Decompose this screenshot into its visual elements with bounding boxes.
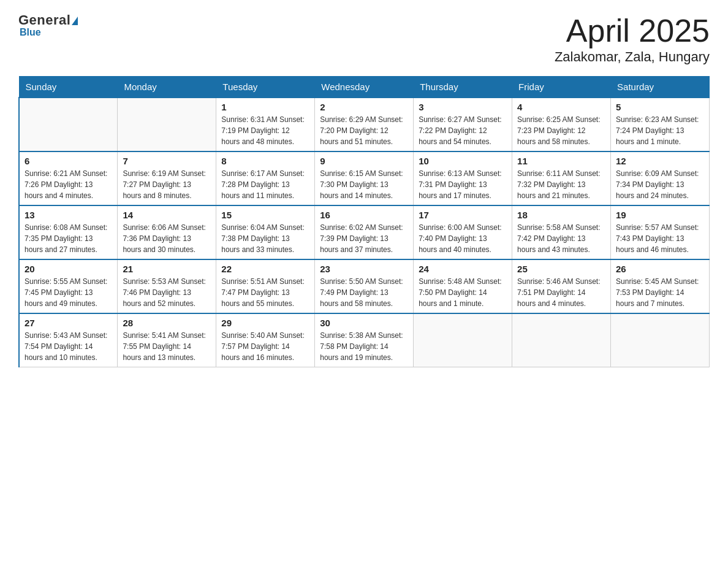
table-row: 9Sunrise: 6:15 AM Sunset: 7:30 PM Daylig… xyxy=(315,151,414,205)
day-info: Sunrise: 6:11 AM Sunset: 7:32 PM Dayligh… xyxy=(517,168,605,201)
day-number: 26 xyxy=(616,264,704,274)
table-row: 2Sunrise: 6:29 AM Sunset: 7:20 PM Daylig… xyxy=(315,98,414,151)
day-number: 19 xyxy=(616,210,704,220)
day-number: 18 xyxy=(517,210,605,220)
table-row xyxy=(118,98,216,151)
calendar-week-row: 13Sunrise: 6:08 AM Sunset: 7:35 PM Dayli… xyxy=(19,205,710,259)
day-number: 24 xyxy=(419,264,507,274)
day-info: Sunrise: 6:17 AM Sunset: 7:28 PM Dayligh… xyxy=(221,168,309,201)
day-number: 25 xyxy=(517,264,605,274)
day-number: 13 xyxy=(25,210,112,220)
logo: General Blue xyxy=(18,12,78,38)
day-number: 8 xyxy=(221,156,309,166)
day-number: 15 xyxy=(221,210,309,220)
day-info: Sunrise: 6:29 AM Sunset: 7:20 PM Dayligh… xyxy=(320,114,408,147)
day-info: Sunrise: 6:00 AM Sunset: 7:40 PM Dayligh… xyxy=(419,222,507,255)
day-number: 9 xyxy=(320,156,408,166)
logo-triangle-icon xyxy=(72,17,78,25)
day-info: Sunrise: 6:19 AM Sunset: 7:27 PM Dayligh… xyxy=(123,168,211,201)
day-number: 20 xyxy=(25,264,112,274)
day-info: Sunrise: 5:58 AM Sunset: 7:42 PM Dayligh… xyxy=(517,222,605,255)
table-row: 13Sunrise: 6:08 AM Sunset: 7:35 PM Dayli… xyxy=(19,205,118,259)
header-monday: Monday xyxy=(118,77,216,98)
day-number: 3 xyxy=(419,102,507,112)
day-info: Sunrise: 5:38 AM Sunset: 7:58 PM Dayligh… xyxy=(320,330,408,363)
table-row xyxy=(611,313,710,367)
day-number: 12 xyxy=(616,156,704,166)
header-sunday: Sunday xyxy=(19,77,118,98)
header-tuesday: Tuesday xyxy=(216,77,315,98)
table-row: 12Sunrise: 6:09 AM Sunset: 7:34 PM Dayli… xyxy=(611,151,710,205)
day-info: Sunrise: 6:15 AM Sunset: 7:30 PM Dayligh… xyxy=(320,168,408,201)
logo-text: General xyxy=(18,12,78,28)
table-row xyxy=(19,98,118,151)
header-thursday: Thursday xyxy=(414,77,512,98)
table-row: 6Sunrise: 6:21 AM Sunset: 7:26 PM Daylig… xyxy=(19,151,118,205)
header-friday: Friday xyxy=(512,77,611,98)
day-number: 4 xyxy=(517,102,605,112)
day-info: Sunrise: 5:51 AM Sunset: 7:47 PM Dayligh… xyxy=(221,276,309,309)
table-row: 3Sunrise: 6:27 AM Sunset: 7:22 PM Daylig… xyxy=(414,98,512,151)
day-info: Sunrise: 6:23 AM Sunset: 7:24 PM Dayligh… xyxy=(616,114,704,147)
day-info: Sunrise: 5:45 AM Sunset: 7:53 PM Dayligh… xyxy=(616,276,704,309)
logo-blue-text: Blue xyxy=(20,27,41,38)
day-info: Sunrise: 5:55 AM Sunset: 7:45 PM Dayligh… xyxy=(25,276,112,309)
table-row: 18Sunrise: 5:58 AM Sunset: 7:42 PM Dayli… xyxy=(512,205,611,259)
calendar-week-row: 6Sunrise: 6:21 AM Sunset: 7:26 PM Daylig… xyxy=(19,151,710,205)
calendar-header-row: Sunday Monday Tuesday Wednesday Thursday… xyxy=(19,77,710,98)
day-number: 1 xyxy=(221,102,309,112)
day-number: 6 xyxy=(25,156,112,166)
day-number: 29 xyxy=(221,318,309,328)
header-wednesday: Wednesday xyxy=(315,77,414,98)
table-row xyxy=(512,313,611,367)
table-row: 14Sunrise: 6:06 AM Sunset: 7:36 PM Dayli… xyxy=(118,205,216,259)
calendar-week-row: 20Sunrise: 5:55 AM Sunset: 7:45 PM Dayli… xyxy=(19,259,710,313)
calendar-table: Sunday Monday Tuesday Wednesday Thursday… xyxy=(18,76,710,367)
table-row: 24Sunrise: 5:48 AM Sunset: 7:50 PM Dayli… xyxy=(414,259,512,313)
day-number: 27 xyxy=(25,318,112,328)
table-row: 21Sunrise: 5:53 AM Sunset: 7:46 PM Dayli… xyxy=(118,259,216,313)
day-info: Sunrise: 5:46 AM Sunset: 7:51 PM Dayligh… xyxy=(517,276,605,309)
table-row: 20Sunrise: 5:55 AM Sunset: 7:45 PM Dayli… xyxy=(19,259,118,313)
page-title: April 2025 xyxy=(555,12,710,49)
day-info: Sunrise: 5:40 AM Sunset: 7:57 PM Dayligh… xyxy=(221,330,309,363)
day-info: Sunrise: 6:04 AM Sunset: 7:38 PM Dayligh… xyxy=(221,222,309,255)
day-info: Sunrise: 6:21 AM Sunset: 7:26 PM Dayligh… xyxy=(25,168,112,201)
day-number: 5 xyxy=(616,102,704,112)
table-row: 17Sunrise: 6:00 AM Sunset: 7:40 PM Dayli… xyxy=(414,205,512,259)
page-header: General Blue April 2025 Zalakomar, Zala,… xyxy=(18,12,710,65)
day-number: 11 xyxy=(517,156,605,166)
table-row: 11Sunrise: 6:11 AM Sunset: 7:32 PM Dayli… xyxy=(512,151,611,205)
day-info: Sunrise: 6:09 AM Sunset: 7:34 PM Dayligh… xyxy=(616,168,704,201)
day-info: Sunrise: 6:06 AM Sunset: 7:36 PM Dayligh… xyxy=(123,222,211,255)
table-row: 1Sunrise: 6:31 AM Sunset: 7:19 PM Daylig… xyxy=(216,98,315,151)
table-row: 26Sunrise: 5:45 AM Sunset: 7:53 PM Dayli… xyxy=(611,259,710,313)
day-number: 21 xyxy=(123,264,211,274)
table-row: 30Sunrise: 5:38 AM Sunset: 7:58 PM Dayli… xyxy=(315,313,414,367)
day-number: 10 xyxy=(419,156,507,166)
day-info: Sunrise: 5:41 AM Sunset: 7:55 PM Dayligh… xyxy=(123,330,211,363)
day-info: Sunrise: 5:57 AM Sunset: 7:43 PM Dayligh… xyxy=(616,222,704,255)
table-row: 19Sunrise: 5:57 AM Sunset: 7:43 PM Dayli… xyxy=(611,205,710,259)
page-subtitle: Zalakomar, Zala, Hungary xyxy=(555,49,710,65)
table-row: 7Sunrise: 6:19 AM Sunset: 7:27 PM Daylig… xyxy=(118,151,216,205)
table-row: 16Sunrise: 6:02 AM Sunset: 7:39 PM Dayli… xyxy=(315,205,414,259)
day-info: Sunrise: 6:02 AM Sunset: 7:39 PM Dayligh… xyxy=(320,222,408,255)
day-number: 7 xyxy=(123,156,211,166)
table-row: 10Sunrise: 6:13 AM Sunset: 7:31 PM Dayli… xyxy=(414,151,512,205)
table-row: 28Sunrise: 5:41 AM Sunset: 7:55 PM Dayli… xyxy=(118,313,216,367)
table-row: 25Sunrise: 5:46 AM Sunset: 7:51 PM Dayli… xyxy=(512,259,611,313)
day-info: Sunrise: 5:50 AM Sunset: 7:49 PM Dayligh… xyxy=(320,276,408,309)
day-number: 2 xyxy=(320,102,408,112)
table-row xyxy=(414,313,512,367)
header-saturday: Saturday xyxy=(611,77,710,98)
day-info: Sunrise: 5:53 AM Sunset: 7:46 PM Dayligh… xyxy=(123,276,211,309)
day-number: 17 xyxy=(419,210,507,220)
title-block: April 2025 Zalakomar, Zala, Hungary xyxy=(555,12,710,65)
day-number: 28 xyxy=(123,318,211,328)
day-number: 30 xyxy=(320,318,408,328)
day-info: Sunrise: 5:43 AM Sunset: 7:54 PM Dayligh… xyxy=(25,330,112,363)
day-info: Sunrise: 6:13 AM Sunset: 7:31 PM Dayligh… xyxy=(419,168,507,201)
table-row: 15Sunrise: 6:04 AM Sunset: 7:38 PM Dayli… xyxy=(216,205,315,259)
day-number: 16 xyxy=(320,210,408,220)
